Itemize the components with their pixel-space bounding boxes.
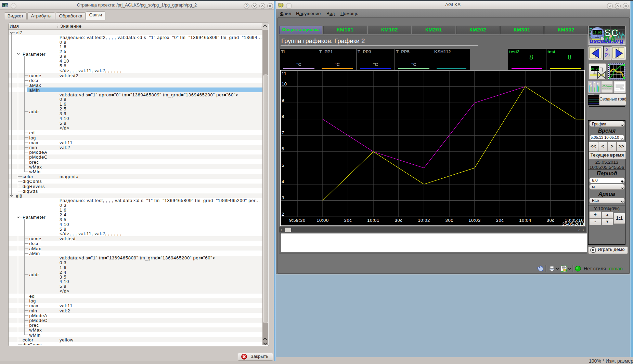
svg-text:9:59:30: 9:59:30: [289, 218, 306, 223]
svg-text:30с: 30с: [496, 218, 504, 223]
svg-text:10:04: 10:04: [519, 218, 531, 223]
svg-text:30с: 30с: [344, 218, 352, 223]
svg-text:oscada.org: oscada.org: [590, 38, 623, 44]
svg-text:7: 7: [282, 130, 284, 135]
svg-text:30с: 30с: [547, 218, 555, 223]
svg-text:3: 3: [282, 195, 284, 200]
svg-text:2: 2: [282, 212, 284, 217]
svg-text:30с: 30с: [395, 218, 403, 223]
svg-text:9: 9: [282, 98, 284, 103]
svg-text:10:01: 10:01: [367, 218, 379, 223]
svg-text:10.95: 10.95: [593, 31, 602, 35]
svg-text:10:03: 10:03: [468, 218, 481, 223]
svg-text:AГЛКС: AГЛКС: [279, 4, 284, 6]
svg-text:?: ?: [245, 4, 248, 8]
svg-text:4: 4: [282, 179, 284, 184]
svg-text:8: 8: [282, 114, 284, 119]
svg-text:11: 11: [282, 71, 287, 76]
svg-text:6: 6: [282, 146, 284, 151]
svg-text:10.95: 10.95: [591, 67, 599, 71]
svg-text:5: 5: [282, 163, 284, 168]
svg-text:10: 10: [282, 81, 287, 86]
svg-text:25-05-2013: 25-05-2013: [562, 222, 584, 226]
svg-text:10:02: 10:02: [418, 218, 430, 223]
svg-text:10:00: 10:00: [316, 218, 329, 223]
svg-text:30с: 30с: [445, 218, 453, 223]
